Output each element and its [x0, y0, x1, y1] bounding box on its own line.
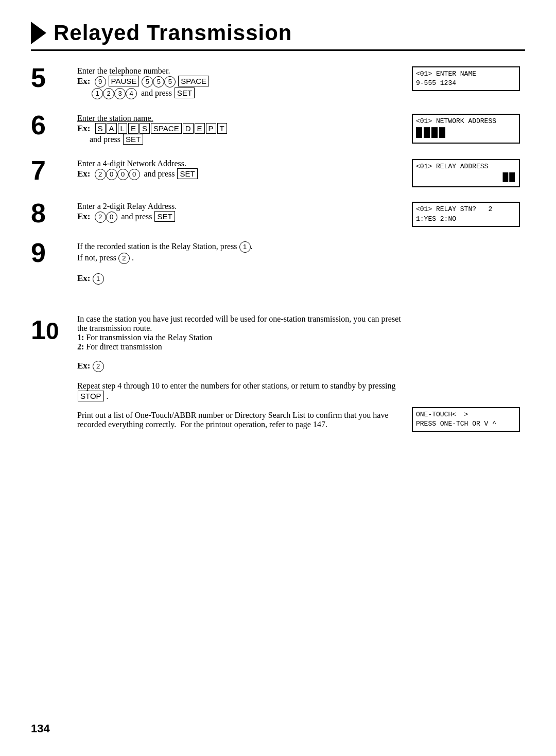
step-8-display: <01> RELAY STN? 2 1:YES 2:NO [412, 202, 525, 226]
step-10-print-note: Print out a list of One-Touch/ABBR numbe… [77, 411, 412, 429]
step-9-instruction-line2: If not, press 2 . [77, 253, 412, 264]
step-10-lcd-line2: PRESS ONE-TCH OR V ^ [416, 419, 516, 429]
step-7-row: 7 Enter a 4-digit Network Address. Ex: 2… [31, 159, 525, 187]
page-title: Relayed Transmission [54, 21, 292, 45]
step-9-instruction-line1: If the recorded station is the Relay Sta… [77, 241, 412, 253]
step-5-ex: Ex: 9 PAUSE 555 SPACE [77, 76, 412, 87]
step-9-display [412, 241, 525, 285]
step-10-repeat-note: Repeat step 4 through 10 to enter the nu… [77, 381, 412, 401]
step-5-content: Enter the telephone number. Ex: 9 PAUSE … [77, 66, 412, 99]
step-5-instruction: Enter the telephone number. [77, 66, 412, 76]
step-9-row: 9 If the recorded station is the Relay S… [31, 241, 525, 285]
step-8-row: 8 Enter a 2-digit Relay Address. Ex: 20 … [31, 202, 525, 226]
step-7-lcd-line2: ██ [416, 171, 516, 184]
step-8-lcd-line2: 1:YES 2:NO [416, 215, 516, 224]
step-10-display: ONE-TOUCH< > PRESS ONE-TCH OR V ^ [412, 314, 525, 432]
step-5-ex-line2: 1234 and press SET [77, 87, 412, 99]
steps-container: 5 Enter the telephone number. Ex: 9 PAUS… [31, 66, 525, 446]
step-10-lcd: ONE-TOUCH< > PRESS ONE-TCH OR V ^ [412, 407, 520, 432]
step-6-lcd: <01> NETWORK ADDRESS ████ [412, 114, 520, 144]
header-triangle [31, 22, 46, 44]
step-6-ex: Ex: SALESSPACEDEPT [77, 123, 412, 134]
page-number: 134 [31, 722, 50, 735]
step-9-left: 9 If the recorded station is the Relay S… [31, 241, 412, 285]
step-7-number: 7 [31, 157, 77, 184]
step-8-left: 8 Enter a 2-digit Relay Address. Ex: 20 … [31, 202, 412, 226]
step-7-display: <01> RELAY ADDRESS ██ [412, 159, 525, 187]
step-10-instruction: In case the station you have just record… [77, 314, 412, 333]
step-10-row: 10 In case the station you have just rec… [31, 314, 525, 432]
step-5-lcd-line1: <01> ENTER NAME [416, 69, 516, 79]
step-5-left: 5 Enter the telephone number. Ex: 9 PAUS… [31, 66, 412, 99]
step-7-left: 7 Enter a 4-digit Network Address. Ex: 2… [31, 159, 412, 187]
step-9-ex: Ex: 1 [77, 273, 412, 285]
step-8-instruction: Enter a 2-digit Relay Address. [77, 202, 412, 211]
step-8-lcd: <01> RELAY STN? 2 1:YES 2:NO [412, 202, 520, 226]
step-6-lcd-line2: ████ [416, 126, 516, 140]
step-10-ex: Ex: 2 [77, 361, 412, 372]
step-7-instruction: Enter a 4-digit Network Address. [77, 159, 412, 168]
step-5-lcd-line2: 9-555 1234 [416, 79, 516, 88]
step-6-row: 6 Enter the station name. Ex: SALESSPACE… [31, 114, 525, 145]
step-7-lcd: <01> RELAY ADDRESS ██ [412, 159, 520, 187]
step-7-lcd-line1: <01> RELAY ADDRESS [416, 162, 516, 171]
step-6-display: <01> NETWORK ADDRESS ████ [412, 114, 525, 145]
step-5-display: <01> ENTER NAME 9-555 1234 [412, 66, 525, 99]
step-7-ex: Ex: 2000 and press SET [77, 168, 412, 180]
step-8-content: Enter a 2-digit Relay Address. Ex: 20 an… [77, 202, 412, 223]
step-9-number: 9 [31, 239, 77, 266]
step-8-lcd-line1: <01> RELAY STN? 2 [416, 205, 516, 214]
step-10-number: 10 [31, 314, 77, 345]
step-5-lcd: <01> ENTER NAME 9-555 1234 [412, 66, 520, 91]
step-6-lcd-line1: <01> NETWORK ADDRESS [416, 117, 516, 126]
step-7-content: Enter a 4-digit Network Address. Ex: 200… [77, 159, 412, 180]
step-10-lcd-line1: ONE-TOUCH< > [416, 410, 516, 419]
step-8-ex: Ex: 20 and press SET [77, 211, 412, 223]
step-6-left: 6 Enter the station name. Ex: SALESSPACE… [31, 114, 412, 145]
step-10-list-1: 1: For transmission via the Relay Statio… [77, 333, 412, 342]
step-6-ex-line2: and press SET [77, 134, 412, 145]
step-5-number: 5 [31, 64, 77, 91]
step-10-list-2: 2: For direct transmission [77, 342, 412, 351]
step-10-left: 10 In case the station you have just rec… [31, 314, 412, 432]
page-header: Relayed Transmission [31, 21, 525, 51]
step-10-content: In case the station you have just record… [77, 314, 412, 429]
step-9-content: If the recorded station is the Relay Sta… [77, 241, 412, 285]
step-6-content: Enter the station name. Ex: SALESSPACEDE… [77, 114, 412, 145]
step-6-instruction: Enter the station name. [77, 114, 412, 123]
step-8-number: 8 [31, 200, 77, 226]
step-5-row: 5 Enter the telephone number. Ex: 9 PAUS… [31, 66, 525, 99]
step-6-number: 6 [31, 112, 77, 138]
